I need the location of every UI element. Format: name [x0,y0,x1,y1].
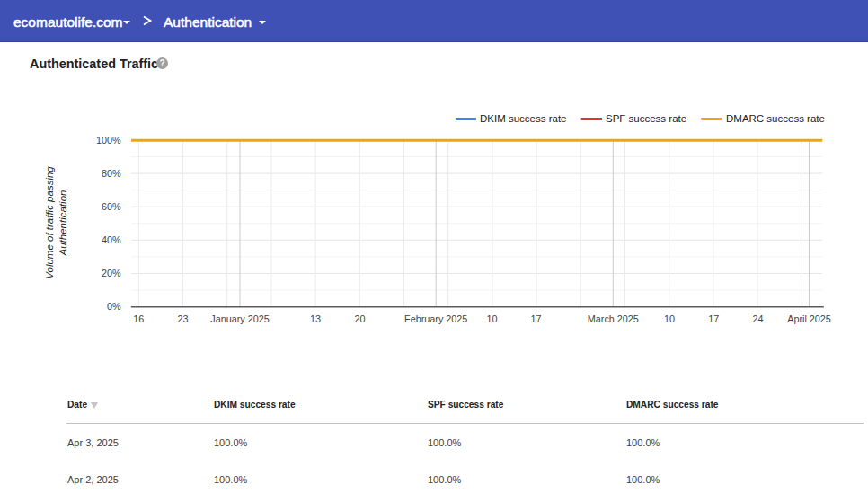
svg-text:10: 10 [486,313,497,324]
svg-text:DKIM success rate: DKIM success rate [480,113,567,124]
svg-text:DMARC success rate: DMARC success rate [726,113,825,124]
svg-text:20%: 20% [102,268,121,278]
svg-text:60%: 60% [102,201,121,212]
svg-text:17: 17 [530,313,541,324]
svg-text:February 2025: February 2025 [404,313,467,324]
svg-text:40%: 40% [102,234,121,245]
svg-text:Authentication: Authentication [58,190,68,257]
svg-text:24: 24 [752,313,763,324]
svg-text:March 2025: March 2025 [588,313,639,324]
svg-text:Volume of traffic passing: Volume of traffic passing [44,166,55,279]
svg-text:April 2025: April 2025 [787,313,831,324]
svg-text:10: 10 [664,313,675,324]
svg-text:13: 13 [310,313,321,324]
svg-text:SPF success rate: SPF success rate [606,113,686,124]
svg-text:January 2025: January 2025 [210,313,269,324]
svg-text:16: 16 [133,313,144,324]
svg-text:23: 23 [177,313,188,324]
svg-text:100%: 100% [96,135,121,146]
svg-text:17: 17 [708,313,719,324]
svg-text:20: 20 [354,313,365,324]
svg-text:80%: 80% [102,168,121,179]
svg-text:0%: 0% [107,301,121,312]
